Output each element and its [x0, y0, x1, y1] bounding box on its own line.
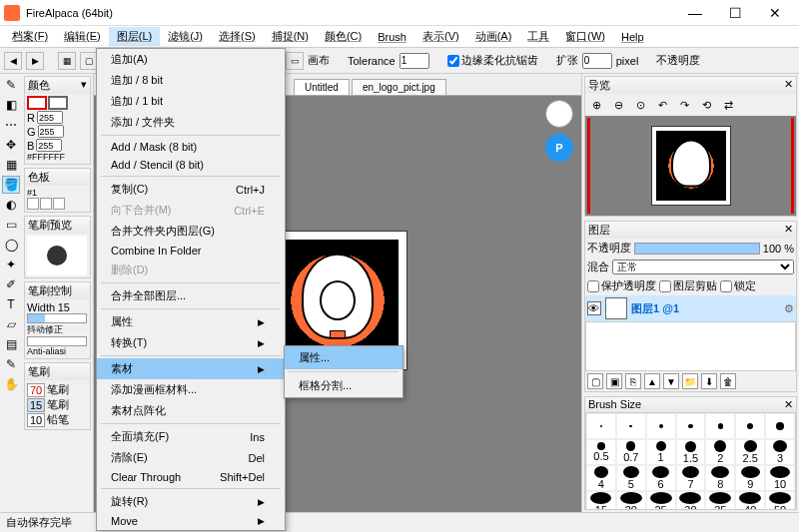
menu-item[interactable]: 清除(E)Del: [97, 447, 285, 468]
menu-item[interactable]: 属性▶: [97, 311, 285, 332]
menu-item[interactable]: 追加(A): [97, 49, 285, 70]
select-pen-icon[interactable]: ✐: [2, 275, 20, 293]
width-slider[interactable]: [27, 313, 87, 323]
submenu-item[interactable]: 框格分割...: [285, 374, 402, 397]
r-input[interactable]: [37, 111, 63, 124]
brush-size-cell[interactable]: 8: [705, 465, 735, 491]
fill-tool-icon[interactable]: ▦: [2, 156, 20, 174]
brush-size-cell[interactable]: 0.7: [616, 439, 646, 465]
menu-tool[interactable]: 工具: [519, 27, 557, 46]
swatch-item[interactable]: [53, 198, 65, 210]
layer-toggle-icon[interactable]: ▦: [58, 52, 76, 70]
object-tool-icon[interactable]: ▱: [2, 315, 20, 333]
tolerance-input[interactable]: [400, 53, 429, 69]
clip-checkbox[interactable]: 图层剪贴: [659, 278, 717, 293]
maximize-button[interactable]: ☐: [715, 0, 755, 26]
hand-tool-icon[interactable]: ✋: [2, 375, 20, 393]
g-input[interactable]: [38, 125, 64, 138]
brush-size-cell[interactable]: [586, 413, 616, 439]
menu-item[interactable]: 追加 / 1 bit: [97, 91, 285, 112]
tab-untitled[interactable]: Untitled: [294, 79, 350, 95]
brush-size-cell[interactable]: 1: [646, 439, 676, 465]
brush-size-cell[interactable]: 1.5: [676, 439, 706, 465]
zoom-fit-icon[interactable]: ⊙: [631, 96, 649, 114]
menu-item[interactable]: 转换(T)▶: [97, 332, 285, 353]
text-tool-icon[interactable]: T: [2, 295, 20, 313]
menu-item[interactable]: 追加 / 8 bit: [97, 70, 285, 91]
panel-close-icon[interactable]: ✕: [784, 223, 793, 238]
new-folder-icon[interactable]: ▣: [606, 373, 622, 389]
brush-size-cell[interactable]: [765, 413, 795, 439]
next-icon[interactable]: ▶: [26, 52, 44, 70]
dot-tool-icon[interactable]: ⋯: [2, 116, 20, 134]
brush-size-cell[interactable]: 7: [676, 465, 706, 491]
menu-item[interactable]: Clear ThroughShift+Del: [97, 468, 285, 486]
delete-layer-icon[interactable]: 🗑: [720, 373, 736, 389]
menu-item[interactable]: 素材点阵化: [97, 400, 285, 421]
brush-size-cell[interactable]: 30: [676, 491, 706, 510]
menu-color[interactable]: 颜色(C): [317, 27, 370, 46]
menu-filter[interactable]: 滤镜(J): [160, 27, 211, 46]
wand-tool-icon[interactable]: ✦: [2, 256, 20, 273]
zoom-out-icon[interactable]: ⊖: [609, 96, 627, 114]
menu-snap[interactable]: 捕捉(N): [264, 27, 317, 46]
rotate-reset-icon[interactable]: ⟲: [697, 96, 715, 114]
brush-tool-icon[interactable]: ✎: [2, 76, 20, 94]
menu-edit[interactable]: 编辑(E): [56, 27, 109, 46]
brush-size-cell[interactable]: 9: [735, 465, 765, 491]
prev-icon[interactable]: ◀: [4, 52, 22, 70]
select-lasso-icon[interactable]: ◯: [2, 236, 20, 254]
brush-size-cell[interactable]: 15: [586, 491, 616, 510]
tab-logo[interactable]: en_logo_pict.jpg: [352, 79, 446, 95]
brush-size-cell[interactable]: [646, 413, 676, 439]
gradient-tool-icon[interactable]: ◐: [2, 196, 20, 214]
copy-layer-icon[interactable]: ⎘: [625, 373, 641, 389]
brush-size-cell[interactable]: 20: [616, 491, 646, 510]
move-tool-icon[interactable]: ✥: [2, 136, 20, 154]
brush-size-cell[interactable]: 3: [765, 439, 795, 465]
menu-window[interactable]: 窗口(W): [557, 27, 613, 46]
menu-item[interactable]: 合并全部图层...: [97, 285, 285, 306]
swatch-item[interactable]: [27, 198, 39, 210]
brush-size-cell[interactable]: 35: [705, 491, 735, 510]
canvas-icon[interactable]: ▭: [286, 52, 304, 70]
menu-item[interactable]: 复制(C)Ctrl+J: [97, 179, 285, 200]
brush-size-cell[interactable]: 10: [765, 465, 795, 491]
brush-size-cell[interactable]: 0.5: [586, 439, 616, 465]
alpaca-mascot-icon[interactable]: [545, 100, 573, 128]
blend-select[interactable]: 正常: [612, 260, 794, 274]
submenu-item[interactable]: 属性...: [285, 346, 402, 369]
brush-row[interactable]: 10铅笔: [27, 412, 88, 427]
brush-size-cell[interactable]: 50: [765, 491, 795, 510]
fg-color-swatch[interactable]: [27, 96, 47, 110]
brush-size-cell[interactable]: 25: [646, 491, 676, 510]
rotate-ccw-icon[interactable]: ↶: [653, 96, 671, 114]
menu-item[interactable]: 全面填充(F)Ins: [97, 426, 285, 447]
menu-help[interactable]: Help: [613, 29, 652, 45]
brush-size-cell[interactable]: [705, 413, 735, 439]
flip-icon[interactable]: ⇄: [719, 96, 737, 114]
brush-size-cell[interactable]: 40: [735, 491, 765, 510]
pixiv-icon[interactable]: P: [545, 134, 573, 162]
brush-size-cell[interactable]: 4: [586, 465, 616, 491]
layer-item[interactable]: 👁 图层1 @1 ⚙: [585, 295, 796, 321]
menu-layer[interactable]: 图层(L): [109, 27, 160, 46]
menu-item[interactable]: 向下合并(M)Ctrl+E: [97, 200, 285, 221]
menu-select[interactable]: 选择(S): [211, 27, 264, 46]
menu-item[interactable]: Add / Stencil (8 bit): [97, 156, 285, 174]
panel-close-icon[interactable]: ✕: [784, 398, 793, 411]
layer-down-icon[interactable]: ▼: [663, 373, 679, 389]
brush-row[interactable]: 15笔刷: [27, 397, 88, 412]
select-rect-icon[interactable]: ▭: [2, 216, 20, 234]
protect-checkbox[interactable]: 保护透明度: [587, 278, 656, 293]
menu-item[interactable]: 合并文件夹内图层(G): [97, 221, 285, 242]
brush-size-cell[interactable]: 2.5: [735, 439, 765, 465]
close-button[interactable]: ✕: [755, 0, 795, 26]
bg-color-swatch[interactable]: [48, 96, 68, 110]
expand-input[interactable]: [582, 53, 612, 69]
antialias-checkbox[interactable]: 边缘柔化抗锯齿: [447, 53, 538, 68]
folder-icon[interactable]: 📁: [682, 373, 698, 389]
merge-icon[interactable]: ⬇: [701, 373, 717, 389]
menu-item[interactable]: 素材▶: [97, 358, 285, 379]
brush-size-cell[interactable]: 5: [616, 465, 646, 491]
